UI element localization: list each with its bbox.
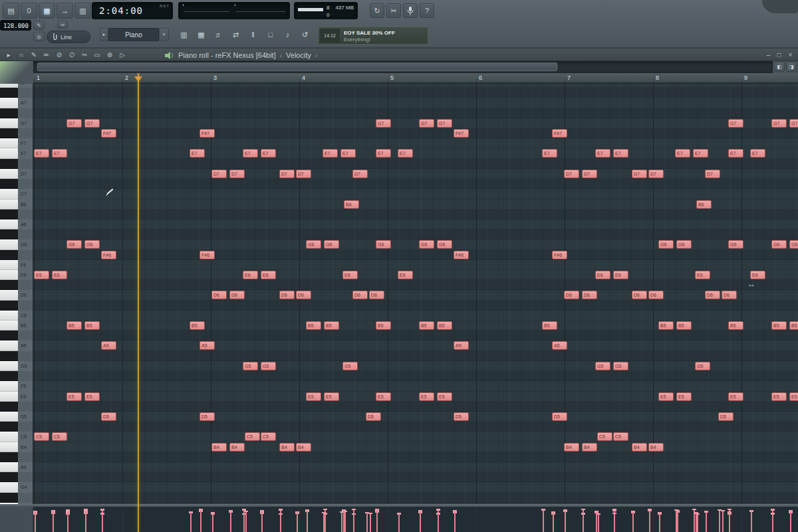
white-key[interactable] [0,462,18,472]
velocity-stem[interactable] [420,510,421,532]
velocity-stem[interactable] [341,511,342,532]
grid-view-icon[interactable]: ▦ [193,29,209,41]
midi-note[interactable]: C5 [34,432,49,441]
midi-note[interactable]: B5 [542,321,557,330]
midi-note[interactable]: G7 [728,119,743,128]
velocity-lane[interactable] [33,507,798,532]
velocity-stem[interactable] [280,513,281,532]
velocity-stem[interactable] [67,511,68,532]
pattern-mode-button[interactable]: ▦ [39,3,55,19]
black-key[interactable] [0,402,18,412]
midi-note[interactable]: E5 [66,392,82,401]
midi-note[interactable]: E7 [595,149,610,158]
black-key[interactable] [0,472,18,482]
black-key[interactable] [0,371,18,381]
velocity-stem[interactable] [438,513,439,532]
midi-note[interactable]: D7 [582,170,597,178]
velocity-stem[interactable] [190,511,192,532]
scroll-option-button-1[interactable]: ◧ [774,62,785,72]
velocity-stem[interactable] [454,510,456,532]
midi-note[interactable]: E5 [84,392,100,401]
scroll-option-button-2[interactable]: ◨ [786,62,797,72]
midi-note[interactable]: B6 [696,200,712,209]
velocity-stem[interactable] [297,511,298,532]
midi-note[interactable]: G6 [676,240,692,249]
white-key[interactable] [0,432,18,442]
midi-note[interactable]: G7 [66,119,82,128]
white-key[interactable] [0,381,18,391]
midi-note[interactable]: D6 [582,291,597,299]
midi-note[interactable]: D5 [718,412,733,421]
midi-note[interactable]: E7 [323,149,338,158]
velocity-stem[interactable] [751,510,752,532]
midi-note[interactable]: E7 [340,149,356,158]
black-key[interactable] [0,128,18,138]
midi-note[interactable]: G6 [306,240,321,249]
typing-octave-indicator[interactable]: 0 [21,3,37,19]
velocity-stem[interactable] [212,512,213,532]
midi-note[interactable]: D6 [279,291,295,299]
midi-note[interactable]: F#7 [200,129,215,138]
midi-note[interactable]: G5 [595,362,610,370]
nexus-sale-banner[interactable]: 14.12 EOY SALE 30% OFF Everything! [318,27,428,45]
midi-note[interactable]: D7 [632,170,647,178]
velocity-stem[interactable] [543,509,544,532]
midi-note[interactable]: B5 [190,321,205,330]
close-button[interactable]: × [785,50,795,60]
timeline-ruler[interactable]: 123456789 [33,73,798,84]
midi-note[interactable]: E6 [52,271,67,279]
midi-note[interactable]: B5 [437,321,452,330]
black-key[interactable] [0,88,18,98]
midi-note[interactable]: E6 [613,271,628,279]
midi-note[interactable]: D6 [564,291,579,299]
midi-note[interactable]: E6 [398,271,413,279]
midi-note[interactable]: E7 [376,149,391,158]
record-small-button[interactable]: ◎ [33,32,45,41]
midi-note[interactable]: F#7 [101,129,116,138]
midi-note[interactable]: G6 [66,240,82,249]
velocity-stem[interactable] [85,510,86,532]
white-key[interactable] [0,118,18,128]
midi-note[interactable]: B4 [211,443,227,452]
midi-note[interactable]: E6 [34,271,49,279]
midi-note[interactable]: E7 [34,149,49,158]
white-key[interactable] [0,321,18,331]
midi-keyboard-button[interactable]: ▥ [74,3,91,19]
midi-note[interactable]: C5 [261,432,276,441]
velocity-stem[interactable] [398,513,400,532]
black-key[interactable] [0,493,18,503]
velocity-stem[interactable] [632,511,634,532]
midi-note[interactable]: B5 [84,321,100,330]
oscilloscope-panel[interactable] [178,2,290,19]
midi-note[interactable]: B6 [344,200,359,209]
velocity-stem[interactable] [243,513,245,532]
velocity-stem[interactable] [376,509,378,532]
black-key[interactable] [0,452,18,462]
midi-note[interactable]: E7 [693,149,708,158]
mixer-view-icon[interactable]: ‖ [245,29,261,41]
white-key[interactable] [0,392,18,402]
black-key[interactable] [0,250,18,260]
midi-note[interactable]: E5 [676,392,692,401]
zoom-tool-icon[interactable]: ⊕ [104,50,116,61]
tool-selector[interactable]: Line [47,31,90,43]
midi-note[interactable]: D7 [229,170,245,178]
velocity-stem[interactable] [659,512,660,532]
tools-button[interactable]: ✂ [386,3,401,18]
white-key[interactable] [0,239,18,249]
black-key[interactable] [0,179,18,189]
white-key[interactable] [0,340,18,350]
swap-view-icon[interactable]: ⇄ [227,29,244,41]
midi-note[interactable]: B5 [306,321,321,330]
white-key[interactable] [0,442,18,452]
midi-note[interactable]: B5 [658,321,674,330]
mic-button[interactable] [403,3,418,18]
midi-note[interactable]: D6 [369,291,384,299]
sync-button[interactable]: ↻ [370,3,384,18]
midi-note[interactable]: B4 [632,443,647,452]
midi-note[interactable]: D5 [454,412,469,421]
midi-note[interactable]: G6 [437,240,452,249]
midi-note[interactable]: E6 [261,271,276,279]
midi-note[interactable]: E6 [750,271,765,279]
midi-note[interactable]: B5 [66,321,82,330]
